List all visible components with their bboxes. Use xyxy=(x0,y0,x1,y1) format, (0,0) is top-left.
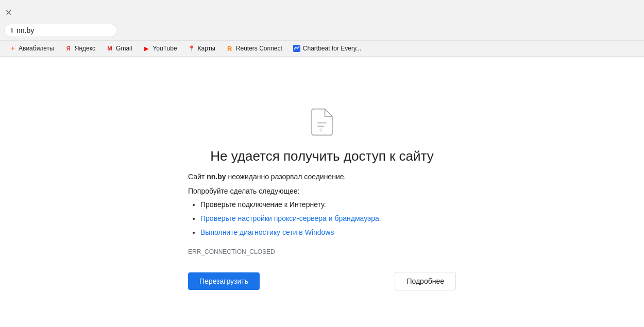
suggestions-list: Проверьте подключение к Интернету. Прове… xyxy=(188,199,456,238)
details-button[interactable]: Подробнее xyxy=(395,272,456,290)
error-body: Сайт nn.by неожиданно разорвал соединени… xyxy=(188,173,456,290)
bookmark-youtube-label: YouTube xyxy=(152,45,177,52)
bookmark-maps-label: Карты xyxy=(198,45,215,52)
bookmark-chartbeat[interactable]: Chartbeat for Every... xyxy=(289,43,365,54)
chartbeat-icon xyxy=(293,44,301,53)
bookmark-aviasales[interactable]: ✈ Авиабилеты xyxy=(4,43,58,54)
aviasales-icon: ✈ xyxy=(8,44,16,53)
suggestions-title: Попробуйте сделать следующее: xyxy=(188,187,456,195)
security-icon: ℹ xyxy=(11,27,13,34)
address-bar[interactable]: ℹ nn.by xyxy=(4,24,117,37)
bookmark-reuters-label: Reuters Connect xyxy=(236,45,282,52)
yandex-icon: Я xyxy=(64,44,73,53)
bookmark-yandex-label: Яндекс xyxy=(75,45,95,52)
bookmark-youtube[interactable]: ▶ YouTube xyxy=(138,43,181,54)
buttons-row: Перезагрузить Подробнее xyxy=(188,272,456,290)
browser-chrome: ✕ ℹ nn.by ✈ Авиабилеты Я Яндекс M Gmail … xyxy=(0,0,644,57)
bookmark-yandex[interactable]: Я Яндекс xyxy=(60,43,99,54)
error-page: :( Не удается получить доступ к сайту Са… xyxy=(0,57,644,327)
suggestion-3-link[interactable]: Выполните диагностику сети в Windows xyxy=(200,228,334,236)
bookmark-maps[interactable]: 📍 Карты xyxy=(183,43,219,54)
maps-icon: 📍 xyxy=(188,44,196,53)
bookmark-chartbeat-label: Chartbeat for Every... xyxy=(303,45,361,52)
site-name: nn.by xyxy=(207,173,226,181)
reuters-icon: R xyxy=(226,44,234,53)
youtube-icon: ▶ xyxy=(142,44,150,53)
address-bar-row: ℹ nn.by xyxy=(0,21,644,40)
bookmark-reuters[interactable]: R Reuters Connect xyxy=(222,43,286,54)
subtitle-prefix: Сайт xyxy=(188,173,207,181)
bookmark-gmail[interactable]: M Gmail xyxy=(101,43,136,54)
tab-bar: ✕ xyxy=(0,0,644,21)
bookmarks-bar: ✈ Авиабилеты Я Яндекс M Gmail ▶ YouTube … xyxy=(0,40,644,56)
gmail-icon: M xyxy=(106,44,114,53)
bookmark-gmail-label: Gmail xyxy=(116,45,132,52)
suggestion-1-text: Проверьте подключение к Интернету. xyxy=(200,200,326,209)
suggestion-2[interactable]: Проверьте настройки прокси-сервера и бра… xyxy=(200,213,456,224)
subtitle-suffix: неожиданно разорвал соединение. xyxy=(226,173,346,181)
error-subtitle: Сайт nn.by неожиданно разорвал соединени… xyxy=(188,173,456,181)
suggestion-1: Проверьте подключение к Интернету. xyxy=(200,199,456,210)
error-icon: :( xyxy=(308,108,336,136)
error-code: ERR_CONNECTION_CLOSED xyxy=(188,248,456,255)
svg-text::(: :( xyxy=(319,127,322,133)
suggestion-2-link[interactable]: Проверьте настройки прокси-сервера и бра… xyxy=(200,214,381,222)
suggestion-3[interactable]: Выполните диагностику сети в Windows xyxy=(200,227,456,238)
close-button[interactable]: ✕ xyxy=(4,8,12,16)
error-title: Не удается получить доступ к сайту xyxy=(210,148,434,164)
reload-button[interactable]: Перезагрузить xyxy=(188,272,260,290)
bookmark-aviasales-label: Авиабилеты xyxy=(19,45,54,52)
url-display: nn.by xyxy=(16,26,34,35)
